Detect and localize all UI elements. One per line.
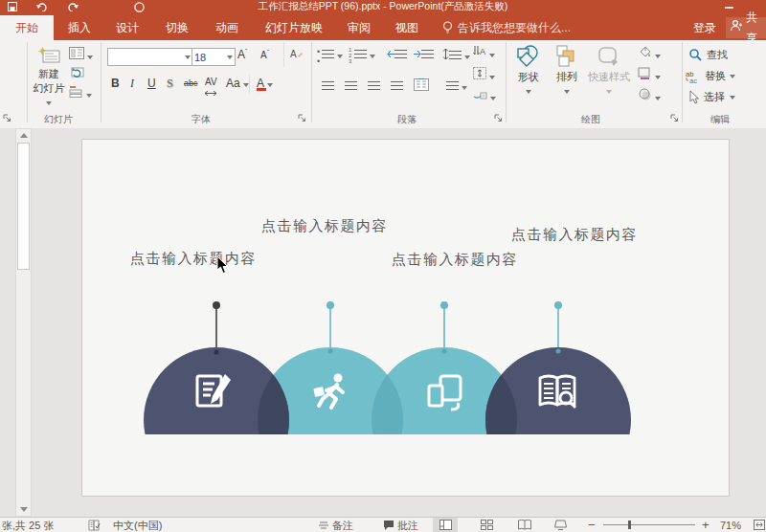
zoom-out-button[interactable]: −: [588, 519, 596, 532]
numbering-button[interactable]: 123: [354, 49, 375, 60]
font-size-combobox[interactable]: 18: [192, 48, 236, 66]
quick-styles-button[interactable]: 快速样式: [586, 45, 632, 96]
svg-text:A: A: [290, 49, 297, 59]
zoom-in-button[interactable]: +: [702, 519, 710, 532]
align-text-vertical-button[interactable]: [473, 67, 495, 81]
tab-insert[interactable]: 插入: [57, 15, 101, 40]
bold-button[interactable]: B: [111, 77, 120, 90]
decrease-indent-button[interactable]: [387, 49, 407, 60]
divider: [283, 42, 284, 67]
shape-fill-button[interactable]: [638, 46, 661, 60]
slide-sorter-view-button[interactable]: [474, 518, 499, 532]
new-slide-button[interactable]: 新建 幻灯片: [31, 44, 67, 107]
left-arrow-icon: [387, 50, 394, 58]
zoom-percentage[interactable]: 71%: [720, 519, 741, 532]
dome-4-title[interactable]: 点击输入标题内容: [511, 226, 638, 244]
sign-in-button[interactable]: 登录: [687, 15, 722, 40]
dome-1-title[interactable]: 点击输入标题内容: [130, 250, 257, 268]
align-right-button[interactable]: [368, 80, 380, 92]
tell-me-box[interactable]: 告诉我您想要做什么...: [458, 15, 571, 40]
italic-button[interactable]: I: [130, 77, 134, 91]
minimize-icon[interactable]: [725, 7, 733, 9]
tab-slideshow[interactable]: 幻灯片放映: [255, 15, 333, 40]
ribbon-tab-row: 开始 插入 设计 切换 动画 幻灯片放映 审阅 视图 告诉我您想要做什么... …: [0, 15, 766, 40]
spell-check-icon[interactable]: [88, 520, 101, 532]
convert-smartart-button[interactable]: [473, 88, 496, 102]
text-direction-button[interactable]: A: [473, 46, 495, 59]
bullets-button[interactable]: ••: [322, 49, 343, 60]
shape-outline-button[interactable]: [638, 67, 661, 81]
clipboard-dialog-launcher-icon[interactable]: [3, 113, 12, 122]
line-spacing-button[interactable]: [442, 49, 470, 61]
dropdown-arrow-icon: [564, 90, 570, 94]
replace-button[interactable]: abac 替换: [686, 69, 735, 83]
slide-number-indicator[interactable]: 张,共 25 张: [2, 519, 54, 532]
align-center-button[interactable]: [345, 80, 357, 92]
scroll-down-button[interactable]: [16, 503, 31, 516]
paragraph-dialog-launcher-icon[interactable]: [494, 113, 504, 122]
drawing-dialog-launcher-icon[interactable]: [670, 113, 680, 122]
dropdown-arrow-icon: [46, 101, 52, 105]
shrink-font-button[interactable]: Aˇ: [260, 49, 269, 60]
lightbulb-icon: [442, 21, 453, 38]
font-dialog-launcher-icon[interactable]: [298, 113, 307, 122]
tab-home[interactable]: 开始: [0, 15, 54, 40]
shape-effects-button[interactable]: [638, 88, 661, 102]
character-spacing-button[interactable]: AV: [205, 77, 217, 98]
dome-3-title[interactable]: 点击输入标题内容: [392, 251, 518, 269]
comments-button[interactable]: 批注: [397, 519, 418, 532]
share-button[interactable]: 共享: [726, 17, 766, 38]
connector-dot: [213, 301, 220, 309]
connector-lines: [213, 301, 562, 351]
justify-button[interactable]: [391, 80, 403, 92]
tab-animations[interactable]: 动画: [205, 15, 249, 40]
clear-formatting-icon[interactable]: A: [290, 48, 304, 62]
text-shadow-button[interactable]: S: [167, 77, 173, 91]
columns-button[interactable]: [414, 78, 429, 93]
arrange-icon: [555, 45, 578, 68]
slide[interactable]: 点击输入标题内容 点击输入标题内容 点击输入标题内容 点击输入标题内容: [81, 139, 730, 497]
tab-design[interactable]: 设计: [105, 15, 149, 40]
notes-icon: [318, 521, 329, 532]
shapes-button[interactable]: 形状: [511, 45, 546, 96]
slideshow-view-button[interactable]: [548, 518, 573, 532]
fit-slide-to-window-icon[interactable]: [754, 520, 765, 532]
quick-styles-icon: [597, 45, 621, 68]
font-color-button[interactable]: A: [257, 77, 273, 90]
tab-review[interactable]: 审阅: [337, 15, 381, 40]
tab-transitions[interactable]: 切换: [155, 15, 199, 40]
strikethrough-button[interactable]: abc: [184, 78, 198, 88]
dome-diagram[interactable]: [82, 140, 729, 496]
change-case-button[interactable]: Aa: [226, 77, 249, 90]
arrange-button[interactable]: 排列: [550, 45, 584, 96]
increase-indent-button[interactable]: [414, 49, 434, 60]
dropdown-arrow-icon: [86, 94, 92, 98]
dropdown-arrow-icon: [370, 55, 375, 58]
normal-view-button[interactable]: [433, 518, 458, 532]
select-button[interactable]: 选择: [689, 90, 735, 104]
dome-2-title[interactable]: 点击输入标题内容: [261, 217, 388, 235]
vertical-scrollbar[interactable]: [15, 128, 32, 517]
zoom-slider-thumb[interactable]: [628, 521, 631, 529]
grow-font-button[interactable]: Aˆ: [237, 48, 247, 61]
new-slide-icon: [36, 44, 61, 65]
dropdown-arrow-icon: [462, 86, 467, 90]
reading-view-button[interactable]: [512, 518, 537, 532]
notes-button[interactable]: 备注: [332, 519, 353, 532]
scrollbar-thumb[interactable]: [17, 143, 30, 270]
zoom-slider-track[interactable]: [603, 524, 695, 525]
find-button[interactable]: 查找: [689, 48, 728, 62]
layout-button[interactable]: [69, 47, 93, 61]
font-name-combobox[interactable]: [107, 48, 193, 66]
align-text-button[interactable]: [446, 80, 467, 92]
underline-button[interactable]: U: [147, 77, 156, 90]
scroll-up-button[interactable]: [16, 129, 31, 142]
down-arrow-icon: [20, 507, 28, 512]
section-button[interactable]: [69, 85, 92, 100]
select-label: 选择: [704, 90, 725, 104]
reset-slide-button[interactable]: [69, 65, 84, 80]
align-left-button[interactable]: [322, 80, 334, 92]
group-divider: [682, 42, 683, 122]
tab-view[interactable]: 视图: [385, 15, 429, 40]
language-indicator[interactable]: 中文(中国): [113, 519, 162, 532]
